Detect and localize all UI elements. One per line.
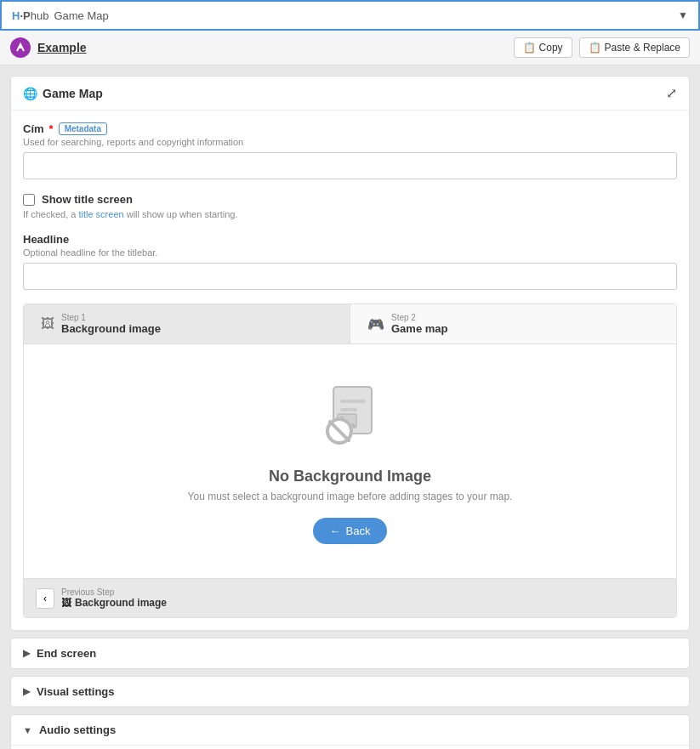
visual-settings-label: Visual settings <box>37 685 115 698</box>
prev-step-name: 🖼 Background image <box>61 597 167 609</box>
top-bar-title: Game Map <box>54 9 108 22</box>
visual-settings-expand-icon: ▶ <box>23 686 30 697</box>
example-actions: 📋 Copy 📋 Paste & Replace <box>514 37 690 58</box>
top-bar: H·Phub Game Map ▼ <box>0 0 700 31</box>
form-area: Cím * Metadata Used for searching, repor… <box>11 111 689 630</box>
prev-arrow-icon: ‹ <box>43 593 47 604</box>
back-button[interactable]: ← Back <box>313 518 388 544</box>
title-field-label: Cím * Metadata <box>23 122 677 135</box>
audio-settings-label: Audio settings <box>39 723 116 736</box>
step-2-tab[interactable]: 🎮 Step 2 Game map <box>350 304 676 343</box>
audio-settings-header[interactable]: ▼ Audio settings <box>11 715 689 745</box>
headline-input[interactable] <box>23 263 677 290</box>
end-screen-section: ▶ End screen <box>10 638 690 669</box>
step-1-info: Step 1 Background image <box>61 313 161 335</box>
card-header-left: 🌐 Game Map <box>23 87 103 100</box>
steps-tabs: 🖼 Step 1 Background image 🎮 Step 2 Game … <box>24 304 676 344</box>
back-arrow-icon: ← <box>330 525 341 537</box>
hp-logo: H·Phub <box>12 9 48 22</box>
game-map-icon: 🌐 <box>23 87 37 100</box>
top-bar-right: ▼ <box>678 9 688 21</box>
title-field-group: Cím * Metadata Used for searching, repor… <box>23 122 677 179</box>
step-1-num: Step 1 <box>61 313 161 322</box>
required-star: * <box>49 122 54 135</box>
step-1-name: Background image <box>61 322 161 335</box>
game-map-card: 🌐 Game Map ⤢ Cím * Metadata Used for sea… <box>10 76 690 631</box>
audio-settings-content: ▶ Background music <box>11 745 689 749</box>
steps-container: 🖼 Step 1 Background image 🎮 Step 2 Game … <box>23 304 677 618</box>
headline-desc: Optional headline for the titlebar. <box>23 247 677 258</box>
svg-point-1 <box>19 45 22 48</box>
top-bar-left: H·Phub Game Map <box>12 9 109 22</box>
copy-icon: 📋 <box>523 42 536 54</box>
no-background-desc: You must select a background image befor… <box>188 491 513 502</box>
prev-step-name-icon: 🖼 <box>61 597 71 609</box>
audio-settings-section: ▼ Audio settings ▶ Background music <box>10 714 690 749</box>
expand-icon[interactable]: ⤢ <box>666 85 677 101</box>
card-header: 🌐 Game Map ⤢ <box>11 77 689 111</box>
end-screen-label: End screen <box>37 647 96 660</box>
example-label[interactable]: Example <box>37 41 87 54</box>
show-title-screen-group: Show title screen If checked, a title sc… <box>23 193 677 219</box>
visual-settings-section: ▶ Visual settings <box>10 676 690 707</box>
prev-step-info: Previous Step 🖼 Background image <box>61 587 167 609</box>
metadata-badge: Metadata <box>59 122 107 135</box>
paste-icon: 📋 <box>589 42 601 54</box>
paste-replace-button[interactable]: 📋 Paste & Replace <box>579 37 690 58</box>
end-screen-expand-icon: ▶ <box>23 648 30 659</box>
main-content: 🌐 Game Map ⤢ Cím * Metadata Used for sea… <box>0 65 700 749</box>
paste-label: Paste & Replace <box>605 42 680 54</box>
step-2-name: Game map <box>391 322 447 335</box>
step-1-tab[interactable]: 🖼 Step 1 Background image <box>24 304 350 343</box>
example-bar: Example 📋 Copy 📋 Paste & Replace <box>0 31 700 65</box>
title-field-desc: Used for searching, reports and copyrigh… <box>23 137 677 147</box>
step-2-num: Step 2 <box>391 313 447 322</box>
no-background-title: No Background Image <box>269 468 431 485</box>
copy-label: Copy <box>539 42 563 54</box>
example-icon <box>10 37 31 58</box>
headline-field-group: Headline Optional headline for the title… <box>23 233 677 290</box>
title-label-text: Cím <box>23 122 44 135</box>
checkbox-label: Show title screen <box>42 193 133 206</box>
back-label: Back <box>346 525 371 537</box>
example-left: Example <box>10 37 87 58</box>
no-image-illustration <box>312 378 389 457</box>
title-input[interactable] <box>23 152 677 179</box>
audio-settings-collapse-icon: ▼ <box>23 725 32 735</box>
checkbox-row: Show title screen <box>23 193 677 206</box>
checkbox-desc: If checked, a title screen will show up … <box>23 209 677 219</box>
svg-rect-4 <box>340 408 357 411</box>
step-2-info: Step 2 Game map <box>391 313 447 335</box>
show-title-screen-checkbox[interactable] <box>23 194 35 206</box>
copy-button[interactable]: 📋 Copy <box>514 37 572 58</box>
prev-step-label: Previous Step <box>61 587 167 597</box>
headline-label-text: Headline <box>23 233 69 246</box>
prev-step-button[interactable]: ‹ <box>36 588 54 609</box>
background-image-icon: 🖼 <box>41 316 54 332</box>
end-screen-header[interactable]: ▶ End screen <box>11 638 689 668</box>
headline-label: Headline <box>23 233 677 246</box>
svg-rect-3 <box>340 400 366 403</box>
prev-step-bar: ‹ Previous Step 🖼 Background image <box>24 578 676 617</box>
no-background-area: No Background Image You must select a ba… <box>24 344 676 578</box>
visual-settings-header[interactable]: ▶ Visual settings <box>11 677 689 706</box>
top-bar-chevron[interactable]: ▼ <box>678 9 688 21</box>
card-header-title: Game Map <box>43 87 103 100</box>
game-map-step-icon: 🎮 <box>367 316 384 332</box>
